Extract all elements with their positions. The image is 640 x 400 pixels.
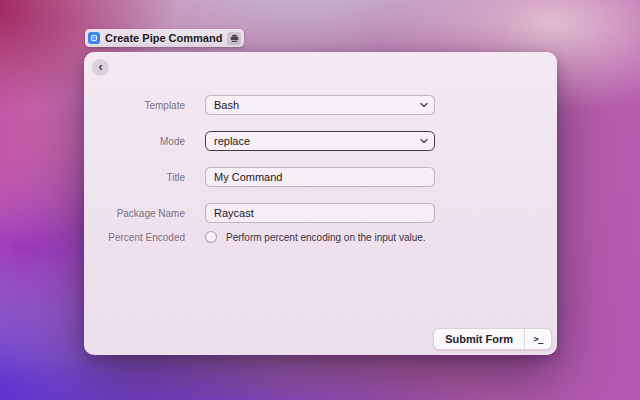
footer-action-group: Submit Form >_	[433, 328, 552, 350]
form-row-mode: Mode replace	[84, 131, 557, 151]
create-pipe-command-window: ‹ Template Bash Mode replace	[84, 52, 557, 355]
mode-select[interactable]: replace	[205, 131, 435, 151]
chevron-down-icon	[420, 139, 428, 144]
form-row-template: Template Bash	[84, 95, 557, 115]
template-label: Template	[84, 100, 185, 111]
chevron-left-icon: ‹	[99, 61, 103, 73]
mode-label: Mode	[84, 136, 185, 147]
back-button[interactable]: ‹	[92, 59, 109, 76]
form-row-package-name: Package Name	[84, 203, 557, 223]
title-input[interactable]	[205, 167, 435, 187]
template-select[interactable]: Bash	[205, 95, 435, 115]
form-row-title: Title	[84, 167, 557, 187]
desktop: Create Pipe Command ‹ Template Bash	[0, 0, 640, 400]
package-name-input[interactable]	[205, 203, 435, 223]
form-row-percent-encoded: Percent Encoded Perform percent encoding…	[84, 231, 557, 243]
package-name-label: Package Name	[84, 208, 185, 219]
template-select-value: Bash	[214, 99, 239, 111]
percent-encoded-description[interactable]: Perform percent encoding on the input va…	[226, 232, 426, 243]
terminal-icon[interactable]: >_	[525, 329, 551, 349]
command-title: Create Pipe Command	[105, 32, 222, 44]
command-title-pill[interactable]: Create Pipe Command	[85, 29, 244, 47]
percent-encoded-checkbox[interactable]	[205, 231, 217, 243]
percent-encoded-label: Percent Encoded	[84, 232, 185, 243]
mode-select-value: replace	[214, 135, 250, 147]
printer-icon[interactable]	[227, 32, 241, 45]
pipe-command-app-icon	[88, 32, 100, 44]
title-label: Title	[84, 172, 185, 183]
chevron-down-icon	[420, 103, 428, 108]
submit-form-button[interactable]: Submit Form	[434, 329, 524, 349]
